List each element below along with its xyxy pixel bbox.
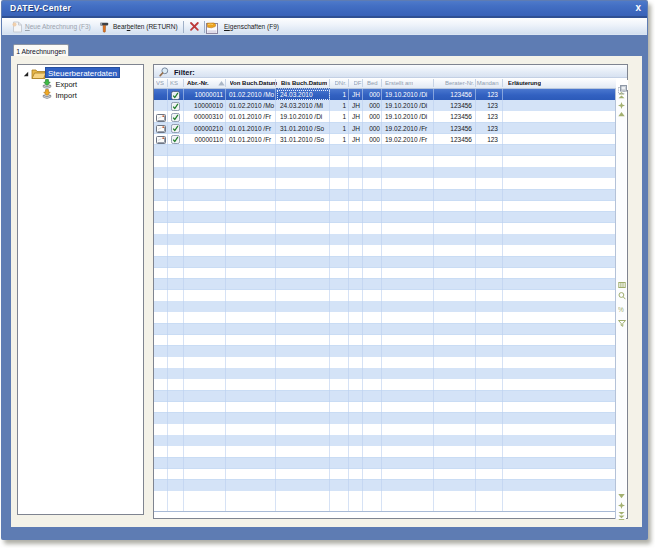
svg-text:%: %: [618, 306, 624, 313]
